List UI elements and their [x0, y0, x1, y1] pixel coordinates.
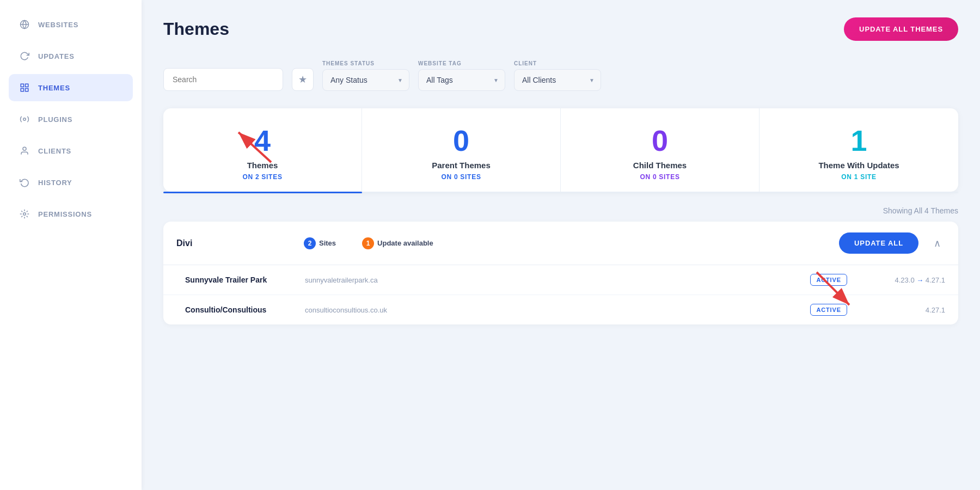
main-content: Themes UPDATE ALL THEMES ★ THEMES STATUS…	[142, 0, 980, 490]
themes-icon	[19, 82, 30, 94]
theme-updates-badge-0: 1 Update available	[354, 234, 441, 253]
theme-group-0: Divi 2 Sites 1 Update available UPDATE A…	[163, 222, 958, 324]
sidebar-item-websites[interactable]: WEBSITES	[9, 11, 133, 38]
themes-status-label: THEMES STATUS	[322, 60, 409, 66]
stat-label-3: Theme With Updates	[773, 161, 945, 170]
svg-rect-5	[21, 89, 23, 91]
version-text-0: 4.23.0 → 4.27.1	[858, 276, 945, 284]
updates-icon	[19, 50, 30, 62]
svg-rect-4	[26, 89, 28, 91]
sidebar-item-history[interactable]: HISTORY	[9, 169, 133, 196]
stat-sub-0: ON 2 SITES	[176, 173, 348, 181]
stat-sub-2: ON 0 SITES	[574, 173, 746, 181]
sidebar-item-label: PLUGINS	[38, 115, 72, 124]
updates-count-0: 1	[362, 237, 374, 249]
header-row: Themes UPDATE ALL THEMES	[163, 17, 958, 41]
stat-card-1[interactable]: 0 Parent Themes ON 0 SITES	[362, 108, 561, 192]
sites-count-0: 2	[304, 237, 316, 249]
svg-point-7	[23, 147, 26, 150]
site-url-0: sunnyvaletrailerpark.ca	[305, 276, 799, 284]
status-badge-1: ACTIVE	[810, 304, 847, 316]
client-select[interactable]: All ClientsClient 1Client 2	[514, 69, 601, 91]
stat-sub-1: ON 0 SITES	[375, 173, 547, 181]
stat-label-2: Child Themes	[574, 161, 746, 170]
theme-name-0: Divi	[176, 238, 285, 248]
stat-card-0[interactable]: 4 Themes ON 2 SITES	[163, 108, 362, 192]
sidebar-item-clients[interactable]: CLIENTS	[9, 137, 133, 164]
sidebar-item-permissions[interactable]: PERMISSIONS	[9, 200, 133, 228]
sidebar: WEBSITES UPDATES THEMES PLUGINS CLIENTS …	[0, 0, 142, 490]
sidebar-item-label: CLIENTS	[38, 147, 71, 155]
stat-sub-3: ON 1 SITE	[773, 173, 945, 181]
website-tag-group: WEBSITE TAG All TagsTag 1Tag 2	[418, 60, 505, 91]
site-row-0: Sunnyvale Trailer Park sunnyvaletrailerp…	[163, 265, 958, 295]
updates-label-0: Update available	[377, 239, 433, 247]
svg-rect-3	[26, 84, 28, 87]
sidebar-item-plugins[interactable]: PLUGINS	[9, 106, 133, 133]
client-select-wrapper: All ClientsClient 1Client 2	[514, 69, 601, 91]
stat-number-2: 0	[574, 126, 746, 155]
theme-sites-badge-0: 2 Sites	[296, 234, 344, 253]
sidebar-item-label: HISTORY	[38, 179, 72, 187]
theme-update-all-button-0[interactable]: UPDATE ALL	[839, 232, 918, 254]
client-group: CLIENT All ClientsClient 1Client 2	[514, 60, 601, 91]
sidebar-item-label: WEBSITES	[38, 21, 78, 29]
stat-label-1: Parent Themes	[375, 161, 547, 170]
site-row-1: Consultio/Consultious consultioconsultio…	[163, 295, 958, 324]
sidebar-item-updates[interactable]: UPDATES	[9, 42, 133, 70]
page-title: Themes	[163, 19, 229, 39]
site-name-1: Consultio/Consultious	[185, 305, 294, 314]
sidebar-item-label: PERMISSIONS	[38, 210, 92, 218]
stat-card-2[interactable]: 0 Child Themes ON 0 SITES	[561, 108, 759, 192]
tab-bar	[163, 192, 958, 193]
site-name-0: Sunnyvale Trailer Park	[185, 275, 294, 284]
website-tag-select[interactable]: All TagsTag 1Tag 2	[418, 69, 505, 91]
stat-number-3: 1	[773, 126, 945, 155]
search-group	[163, 68, 283, 91]
theme-header-0: Divi 2 Sites 1 Update available UPDATE A…	[163, 222, 958, 265]
sidebar-item-themes[interactable]: THEMES	[9, 74, 133, 101]
sidebar-item-label: THEMES	[38, 84, 70, 92]
theme-collapse-button-0[interactable]: ∧	[929, 235, 945, 252]
showing-count: Showing All 4 Themes	[883, 206, 958, 215]
version-text-1: 4.27.1	[858, 306, 945, 314]
client-label: CLIENT	[514, 60, 601, 66]
website-tag-label: WEBSITE TAG	[418, 60, 505, 66]
sidebar-item-label: UPDATES	[38, 52, 75, 60]
showing-row: Showing All 4 Themes	[163, 206, 958, 215]
stat-number-1: 0	[375, 126, 547, 155]
clients-icon	[19, 145, 30, 157]
status-badge-0: ACTIVE	[810, 274, 847, 286]
update-all-themes-button[interactable]: UPDATE ALL THEMES	[844, 17, 958, 41]
sites-label-0: Sites	[319, 239, 336, 247]
filter-row: ★ THEMES STATUS Any StatusActiveInactive…	[163, 56, 958, 91]
history-icon	[19, 176, 30, 188]
star-button[interactable]: ★	[292, 68, 314, 91]
themes-status-select[interactable]: Any StatusActiveInactive	[322, 69, 409, 91]
themes-status-group: THEMES STATUS Any StatusActiveInactive	[322, 60, 409, 91]
stats-row: 4 Themes ON 2 SITES 0 Parent Themes ON 0…	[163, 108, 958, 192]
stat-number-0: 4	[176, 126, 348, 155]
search-input[interactable]	[163, 68, 283, 91]
themes-container: Divi 2 Sites 1 Update available UPDATE A…	[163, 222, 958, 324]
tab-active-indicator	[163, 192, 362, 193]
permissions-icon	[19, 208, 30, 220]
svg-point-8	[23, 213, 26, 216]
themes-status-select-wrapper: Any StatusActiveInactive	[322, 69, 409, 91]
svg-point-6	[23, 118, 26, 121]
website-tag-select-wrapper: All TagsTag 1Tag 2	[418, 69, 505, 91]
stat-card-3[interactable]: 1 Theme With Updates ON 1 SITE	[759, 108, 958, 192]
site-url-1: consultioconsultious.co.uk	[305, 306, 799, 314]
stat-label-0: Themes	[176, 161, 348, 170]
websites-icon	[19, 19, 30, 30]
plugins-icon	[19, 113, 30, 125]
svg-rect-2	[21, 84, 23, 87]
